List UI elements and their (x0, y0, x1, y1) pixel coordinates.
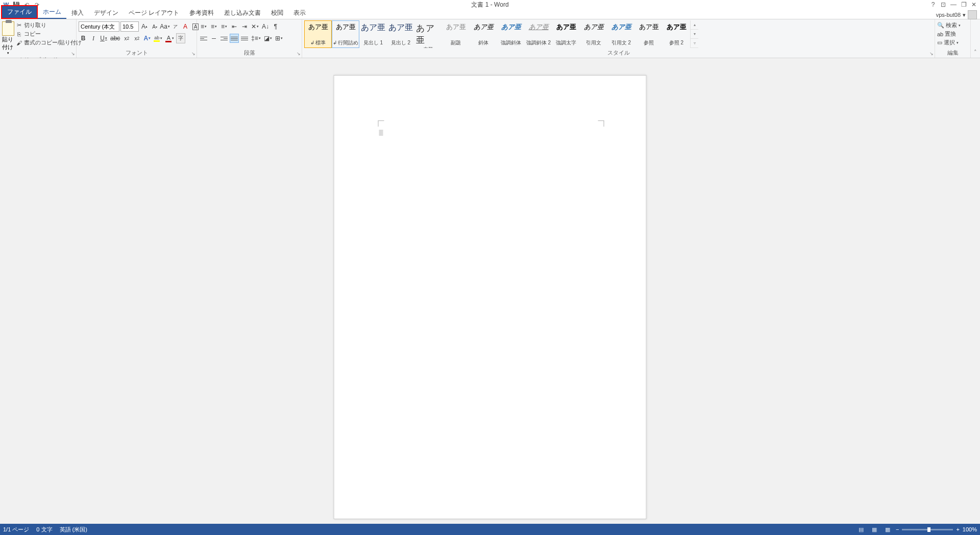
style-name: 引用文 (586, 39, 601, 46)
style-item-6[interactable]: あア亜斜体 (470, 20, 497, 48)
align-left-button[interactable] (199, 34, 208, 43)
tab-view[interactable]: 表示 (288, 7, 311, 19)
style-name: 引用文 2 (611, 39, 631, 46)
tab-home[interactable]: ホーム (38, 6, 66, 19)
cut-button[interactable]: ✂切り取り (15, 21, 82, 29)
tab-file[interactable]: ファイル (1, 5, 38, 19)
show-marks-button[interactable]: ¶ (271, 21, 280, 32)
tab-design[interactable]: デザイン (89, 7, 124, 19)
font-color-button[interactable]: A (164, 33, 175, 43)
style-item-2[interactable]: あア亜見出し 1 (359, 20, 387, 48)
tab-mailings[interactable]: 差し込み文書 (219, 7, 266, 19)
asian-layout-button[interactable]: ✕ (250, 21, 260, 32)
paragraph-launcher-icon[interactable]: ↘ (297, 51, 301, 56)
multilevel-list-button[interactable]: ≡ (219, 21, 229, 32)
styles-group-label: スタイル (304, 48, 933, 58)
find-icon: 🔍 (937, 22, 944, 29)
styles-scroll-down-icon[interactable]: ▾ (691, 30, 698, 39)
scissors-icon: ✂ (15, 22, 22, 29)
style-item-5[interactable]: あア亜副題 (442, 20, 470, 48)
user-avatar-icon[interactable] (968, 10, 977, 19)
paste-button[interactable]: 貼り付け ▾ (2, 20, 14, 55)
help-icon[interactable]: ? (929, 1, 937, 9)
styles-scroll-up-icon[interactable]: ▴ (691, 20, 698, 30)
select-button[interactable]: ▭選択▾ (937, 39, 968, 46)
style-preview: あア亜 (388, 22, 413, 33)
align-right-button[interactable] (219, 34, 229, 43)
style-name: 強調太字 (556, 39, 576, 46)
styles-more-icon[interactable]: ▿ (691, 39, 698, 48)
tab-references[interactable]: 参考資料 (184, 7, 219, 19)
style-item-10[interactable]: あア亜引用文 (580, 20, 607, 48)
text-effects-button[interactable]: A (142, 33, 152, 43)
style-name: 強調斜体 2 (526, 39, 551, 46)
style-item-12[interactable]: あア亜参照 (635, 20, 663, 48)
bullets-button[interactable]: ≡ (199, 21, 208, 32)
grow-font-button[interactable]: A▴ (140, 21, 149, 32)
ribbon-display-icon[interactable]: ⊡ (939, 1, 947, 9)
select-icon: ▭ (937, 39, 942, 46)
borders-button[interactable]: ⊞ (274, 33, 284, 43)
minimize-icon[interactable]: — (949, 1, 958, 9)
style-item-4[interactable]: あア亜表題 (414, 20, 442, 48)
style-name: 参照 2 (669, 39, 683, 46)
italic-button[interactable]: I (89, 33, 98, 43)
style-name: 見出し 1 (363, 39, 383, 46)
change-case-button[interactable]: Aa (160, 21, 169, 32)
style-item-8[interactable]: あア亜強調斜体 2 (525, 20, 552, 48)
collapse-ribbon-icon[interactable]: ˄ (971, 19, 980, 58)
strikethrough-button[interactable]: abc (109, 33, 121, 43)
shading-button[interactable]: ◪ (263, 33, 273, 43)
close-icon[interactable]: ✕ (970, 1, 978, 9)
style-item-7[interactable]: あア亜強調斜体 (497, 20, 525, 48)
format-painter-button[interactable]: 🖌書式のコピー/貼り付け (15, 39, 82, 46)
paste-label: 貼り付け (2, 36, 14, 51)
style-item-3[interactable]: あア亜見出し 2 (387, 20, 414, 48)
replace-button[interactable]: ab置換 (937, 30, 968, 38)
style-item-1[interactable]: あア亜↲ 行間詰め (332, 20, 359, 48)
style-preview: あア亜 (501, 22, 521, 32)
style-item-13[interactable]: あア亜参照 2 (663, 20, 690, 48)
increase-indent-button[interactable]: ⇥ (240, 21, 249, 32)
align-justify-button[interactable] (230, 34, 239, 43)
sort-button[interactable]: A↓ (261, 21, 270, 32)
maximize-icon[interactable]: ❐ (960, 1, 968, 9)
style-preview: あア亜 (474, 22, 494, 32)
copy-button[interactable]: ⎘コピー (15, 30, 82, 38)
style-preview: あア亜 (611, 22, 631, 32)
clear-formatting-button[interactable]: A (181, 21, 190, 32)
shrink-font-button[interactable]: A▾ (150, 21, 159, 32)
style-item-0[interactable]: あア亜↲ 標準 (304, 20, 332, 48)
paragraph-group-label: 段落 (199, 48, 300, 58)
style-name: 参照 (644, 39, 654, 46)
find-button[interactable]: 🔍検索▾ (937, 21, 968, 29)
decrease-indent-button[interactable]: ⇤ (230, 21, 239, 32)
user-name[interactable]: vps-but08 (936, 12, 961, 18)
phonetic-guide-button[interactable]: ア (170, 21, 180, 32)
clipboard-launcher-icon[interactable]: ↘ (71, 51, 75, 56)
align-center-button[interactable] (209, 34, 218, 43)
brush-icon: 🖌 (15, 39, 22, 46)
line-spacing-button[interactable]: ‡≡ (250, 33, 262, 43)
font-size-input[interactable] (120, 21, 139, 32)
paste-icon (2, 21, 14, 36)
bold-button[interactable]: B (79, 33, 88, 43)
subscript-button[interactable]: x2 (122, 33, 131, 43)
font-launcher-icon[interactable]: ↘ (191, 51, 195, 56)
styles-launcher-icon[interactable]: ↘ (929, 51, 934, 56)
underline-button[interactable]: U (99, 33, 108, 43)
font-name-input[interactable] (79, 21, 119, 32)
window-title: 文書 1 - Word (471, 1, 508, 9)
style-preview: あア亜 (416, 22, 440, 46)
tab-insert[interactable]: 挿入 (66, 7, 89, 19)
char-shading-button[interactable]: 字 (176, 33, 185, 43)
tab-pagelayout[interactable]: ページ レイアウト (124, 7, 184, 19)
style-item-9[interactable]: あア亜強調太字 (552, 20, 580, 48)
tab-review[interactable]: 校閲 (266, 7, 288, 19)
distributed-button[interactable] (240, 34, 249, 43)
style-item-11[interactable]: あア亜引用文 2 (607, 20, 635, 48)
style-name: ↲ 標準 (310, 39, 326, 46)
superscript-button[interactable]: x2 (132, 33, 141, 43)
numbering-button[interactable]: ≡ (209, 21, 218, 32)
highlight-button[interactable]: ab (153, 33, 163, 43)
